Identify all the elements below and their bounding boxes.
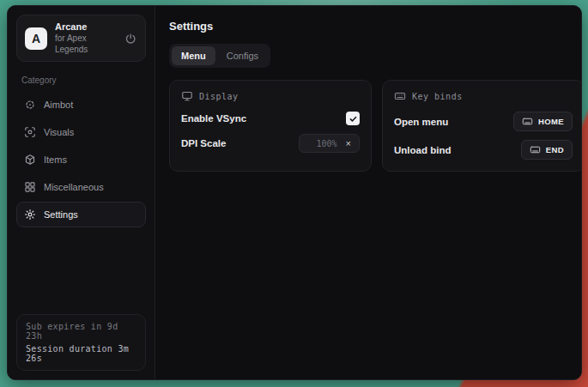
session-duration-text: Session duration 3m 26s [26,344,136,363]
open-menu-keybind-button[interactable]: HOME [513,112,573,131]
sidebar-nav: Aimbot Visuals Items [16,92,146,227]
sidebar-item-label: Items [44,154,67,165]
tab-group: Menu Configs [169,44,270,68]
keyboard-icon [522,116,533,127]
clear-icon[interactable]: × [344,137,353,149]
app-logo: A [25,27,47,50]
open-menu-label: Open menu [394,117,448,127]
app-window: A Arcane for Apex Legends Category Aimbo… [7,5,582,380]
unload-bind-label: Unload bind [394,145,451,155]
vsync-checkbox[interactable] [346,112,360,125]
dpi-input-group: × [299,134,360,153]
scan-icon [24,126,36,138]
sidebar-item-miscellaneous[interactable]: Miscellaneous [16,174,146,200]
sidebar: A Arcane for Apex Legends Category Aimbo… [8,6,155,379]
sub-expires-text: Sub expires in 9d 23h [26,322,136,341]
unload-bind-key: END [546,145,564,154]
vsync-row: Enable VSync [181,112,360,125]
dpi-scale-input[interactable] [308,139,337,148]
main-content: Settings Menu Configs Display Enable VSy… [155,6,582,379]
crosshair-icon [24,99,36,111]
brand-text: Arcane for Apex Legends [55,21,116,55]
keybinds-card-title: Key binds [412,92,463,101]
vsync-label: Enable VSync [181,113,246,124]
display-card-title: Display [199,92,239,101]
open-menu-row: Open menu HOME [394,112,573,131]
gear-icon [24,209,36,221]
cube-icon [24,154,36,166]
keybinds-card-header: Key binds [394,90,573,102]
tab-configs[interactable]: Configs [217,46,268,65]
grid-icon [24,181,36,193]
sidebar-item-aimbot[interactable]: Aimbot [16,92,146,118]
tab-menu[interactable]: Menu [172,46,215,65]
display-card: Display Enable VSync DPI Scale × [169,80,372,172]
sidebar-item-settings[interactable]: Settings [16,202,146,227]
keyboard-icon [394,90,406,102]
sidebar-item-label: Miscellaneous [44,182,104,192]
app-subtitle: for Apex Legends [55,33,116,55]
keybinds-card: Key binds Open menu HOME Unload bin [382,80,582,172]
brand-header: A Arcane for Apex Legends [16,15,146,62]
power-icon[interactable] [124,31,137,46]
unload-bind-keybind-button[interactable]: END [521,140,573,160]
keyboard-icon [530,144,541,155]
category-label: Category [21,76,142,85]
sidebar-item-label: Visuals [44,127,74,137]
monitor-icon [181,90,193,102]
settings-cards: Display Enable VSync DPI Scale × [169,80,582,172]
unload-bind-row: Unload bind END [394,140,573,160]
open-menu-key: HOME [538,117,564,126]
display-card-header: Display [181,90,360,102]
page-title: Settings [169,20,582,33]
subscription-info: Sub expires in 9d 23h Session duration 3… [16,314,146,371]
sidebar-item-visuals[interactable]: Visuals [16,119,146,145]
dpi-label: DPI Scale [181,138,226,148]
dpi-row: DPI Scale × [181,134,360,153]
sidebar-item-label: Settings [44,209,78,220]
sidebar-spacer [16,227,146,314]
sidebar-item-label: Aimbot [44,100,73,110]
sidebar-item-items[interactable]: Items [16,147,146,172]
app-name: Arcane [55,21,116,33]
